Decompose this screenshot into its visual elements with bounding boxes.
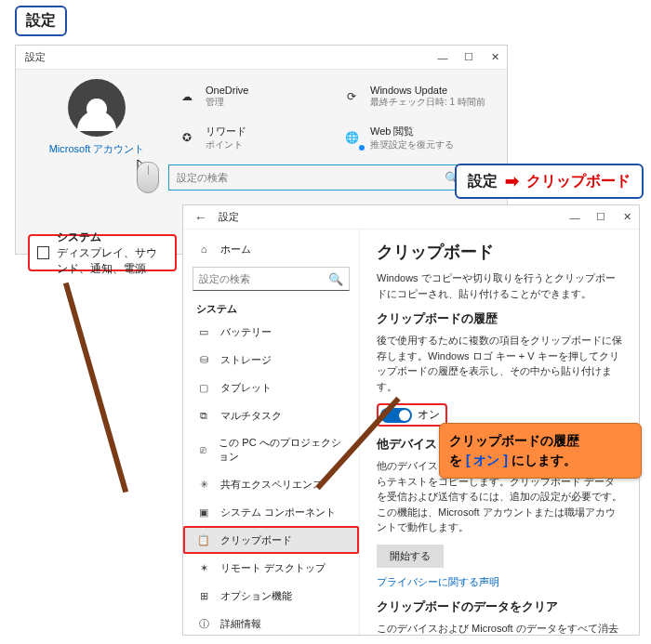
settings-search[interactable]: 🔍 <box>168 164 468 191</box>
projection-icon: ⎚ <box>196 442 209 457</box>
tile-rewards[interactable]: ✪ リワードポイント <box>176 119 331 156</box>
minimize-button[interactable]: — <box>436 51 449 64</box>
nav-about[interactable]: ⓘ詳細情報 <box>183 610 359 635</box>
privacy-link[interactable]: プライバシーに関する声明 <box>377 575 624 589</box>
nav-remote[interactable]: ✶リモート デスクトップ <box>183 554 359 582</box>
battery-icon: ▭ <box>196 324 211 339</box>
back-button[interactable]: ← <box>189 210 213 225</box>
optional-icon: ⊞ <box>196 588 211 603</box>
multitask-icon: ⧉ <box>196 408 211 423</box>
tile-windows-update[interactable]: ⟳ Windows Update最終チェック日時: 1 時間前 <box>340 79 496 113</box>
tile-web-browse[interactable]: 🌐 Web 閲覧推奨設定を復元する <box>340 119 496 156</box>
nav-home[interactable]: ⌂ ホーム <box>183 235 359 263</box>
intro-text: Windows でコピーや切り取りを行うとクリップボードにコピーされ、貼り付ける… <box>377 270 624 301</box>
callout-line1: クリップボードの履歴 <box>449 433 579 448</box>
window-title: 設定 <box>213 210 568 224</box>
nav-hint: 設定 ➡ クリップボード <box>455 164 644 199</box>
globe-icon: 🌐 <box>340 126 363 149</box>
close-button[interactable]: ✕ <box>620 211 633 224</box>
tile-onedrive[interactable]: ☁ OneDrive管理 <box>176 79 331 113</box>
rewards-icon: ✪ <box>176 126 198 149</box>
display-icon <box>37 246 49 259</box>
avatar <box>68 79 126 137</box>
tablet-icon: ▢ <box>196 380 211 395</box>
nav-tablet[interactable]: ▢タブレット <box>183 374 359 401</box>
nav-search-input[interactable] <box>199 273 328 284</box>
history-toggle-label: オン <box>418 407 440 423</box>
arrow-right-icon: ➡ <box>505 171 519 191</box>
window-sys-buttons: — ☐ ✕ <box>436 51 501 64</box>
components-icon: ▣ <box>196 505 211 519</box>
history-text: 後で使用するために複数の項目をクリップボードに保存します。Windows ロゴ … <box>377 333 624 394</box>
settings-detail-window: ← 設定 — ☐ ✕ ⌂ ホーム 🔍 システム ▭バッテリー ⛁ストレージ ▢タ… <box>182 204 640 636</box>
mouse-icon <box>137 162 159 193</box>
nav-optional[interactable]: ⊞オプション機能 <box>183 582 359 610</box>
storage-icon: ⛁ <box>196 352 211 367</box>
share-icon: ✳ <box>196 477 211 492</box>
maximize-button[interactable]: ☐ <box>594 211 607 224</box>
close-button[interactable]: ✕ <box>488 51 501 64</box>
info-icon: ⓘ <box>196 616 211 631</box>
badge-settei: 設定 <box>15 6 67 36</box>
minimize-button[interactable]: — <box>568 211 581 224</box>
search-icon: 🔍 <box>328 272 343 286</box>
callout-on: [ オン ] <box>466 453 508 467</box>
clear-text: このデバイスおよび Microsoft のデータをすべて消去します (ピン留めし… <box>377 621 624 636</box>
page-title: クリップボード <box>377 241 624 263</box>
nav-search[interactable]: 🔍 <box>193 267 350 291</box>
callout-line2a: を <box>449 453 466 467</box>
nav-battery[interactable]: ▭バッテリー <box>183 318 359 346</box>
nav-clipboard[interactable]: 📋クリップボード <box>183 526 359 554</box>
remote-icon: ✶ <box>196 560 211 575</box>
maximize-button[interactable]: ☐ <box>462 51 475 64</box>
nav-storage[interactable]: ⛁ストレージ <box>183 346 359 374</box>
settings-search-input[interactable] <box>177 172 445 183</box>
clear-heading: クリップボードのデータをクリア <box>377 598 624 615</box>
home-tiles: ☁ OneDrive管理 ⟳ Windows Update最終チェック日時: 1… <box>176 79 496 156</box>
update-icon: ⟳ <box>340 85 363 108</box>
cloud-icon: ☁ <box>176 85 198 108</box>
nav-hint-to: クリップボード <box>526 172 631 191</box>
left-nav: ⌂ ホーム 🔍 システム ▭バッテリー ⛁ストレージ ▢タブレット ⧉マルチタス… <box>183 230 360 635</box>
titlebar: 設定 — ☐ ✕ <box>16 46 507 70</box>
callout-line2c: にします。 <box>512 453 577 467</box>
callout-bubble: クリップボードの履歴 を [ オン ] にします。 <box>439 423 642 479</box>
nav-projection[interactable]: ⎚この PC へのプロジェクション <box>183 429 359 470</box>
annotation-arrow-1 <box>63 283 128 493</box>
account-column: Microsoft アカウント <box>27 79 166 156</box>
nav-multitask[interactable]: ⧉マルチタスク <box>183 401 359 429</box>
history-heading: クリップボードの履歴 <box>377 310 624 327</box>
clipboard-icon: 📋 <box>196 532 211 547</box>
nav-components[interactable]: ▣システム コンポーネント <box>183 498 359 526</box>
nav-hint-from: 設定 <box>468 172 498 191</box>
home-icon: ⌂ <box>196 242 211 256</box>
start-button[interactable]: 開始する <box>377 545 444 568</box>
nav-heading-system: システム <box>183 296 359 318</box>
microsoft-account-link[interactable]: Microsoft アカウント <box>49 142 145 156</box>
titlebar: ← 設定 — ☐ ✕ <box>183 205 639 230</box>
tile-system[interactable]: システム ディスプレイ、サウンド、通知、電源 <box>28 234 177 271</box>
window-title: 設定 <box>21 50 436 64</box>
